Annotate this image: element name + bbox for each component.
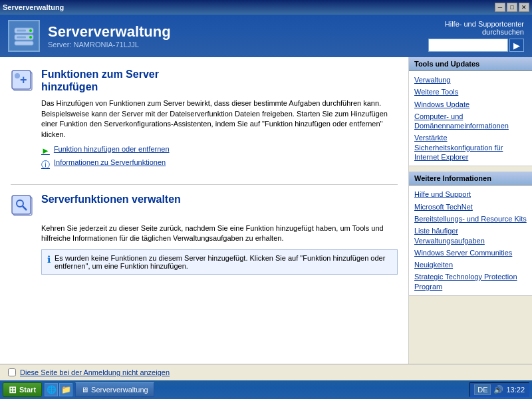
svg-point-10 [15,73,20,78]
divider [11,184,398,185]
section1-header: + Funktionen zum Serverhinzufügen [11,68,398,93]
add-remove-link[interactable]: ► Funktion hinzufügen oder entfernen [41,145,398,156]
sidebar-link-bereitstellung[interactable]: Bereitstellungs- und Resource Kits [414,213,527,225]
header-left: Serververwaltung Server: NAMRONIA-71LJJL [8,20,171,52]
search-area: Hilfe- und Supportcenter durchsuchen ▶ [428,20,524,52]
manage-functions-body: Kehren Sie jederzeit zu dieser Seite zur… [41,223,398,244]
svg-rect-2 [15,41,33,45]
sidebar-link-strategic[interactable]: Strategic Technology Protection Program [414,271,527,293]
info-links: Hilfe und Support Microsoft TechNet Bere… [409,186,532,296]
server-mgmt-taskbar-btn[interactable]: 🖥 Serververwaltung [75,382,154,397]
taskbar: ⊞ Start 🌐 📁 🖥 Serververwaltung DE 🔊 13:2… [0,380,532,399]
info-box-text: Es wurden keine Funktionen zu diesem Ser… [55,254,392,270]
header-title-block: Serververwaltung Server: NAMRONIA-71LJJL [48,23,171,49]
sidebar-link-verwaltung[interactable]: Verwaltung [414,74,527,86]
main-content: + Funktionen zum Serverhinzufügen Das Hi… [0,57,532,364]
sidebar-link-technet[interactable]: Microsoft TechNet [414,201,527,213]
taskbar-right: DE 🔊 13:22 [469,382,529,397]
app-title: Serververwaltung [48,23,171,41]
svg-point-4 [29,36,32,39]
search-sublabel: durchsuchen [482,28,524,36]
search-button[interactable]: ▶ [509,39,524,52]
tools-section: Tools und Updates Verwaltung Weitere Too… [409,57,532,166]
arrow-right-icon: ► [41,146,50,156]
manage-functions-icon [11,194,35,218]
footer-label[interactable]: Diese Seite bei der Anmeldung nicht anze… [20,368,170,376]
manage-functions-title: Serverfunktionen verwalten [41,193,181,205]
taskbar-left: ⊞ Start 🌐 📁 🖥 Serververwaltung [3,382,154,397]
info-section: Weitere Informationen Hilfe und Support … [409,172,532,296]
sidebar-link-weitere-tools[interactable]: Weitere Tools [414,86,527,98]
add-functions-section: + Funktionen zum Serverhinzufügen Das Hi… [11,68,398,171]
info-icon: ⓘ [41,159,50,171]
sidebar-link-neuigkeiten[interactable]: Neuigkeiten [414,259,527,271]
info-title: Weitere Informationen [409,172,532,186]
manage-functions-section: Serverfunktionen verwalten Kehren Sie je… [11,193,398,275]
app-icon [8,20,40,52]
lang-indicator: DE [474,384,491,395]
title-bar-buttons: ─ □ ✕ [495,3,529,12]
sidebar-link-hilfe[interactable]: Hilfe und Support [414,188,527,200]
svg-rect-6 [17,37,26,39]
section2-header: Serverfunktionen verwalten [11,193,398,218]
taskbar-icons: 🌐 📁 [45,383,72,396]
sidebar-link-computer-domains[interactable]: Computer- und Domänennameinformationen [414,110,527,132]
start-button[interactable]: ⊞ Start [3,382,42,397]
add-functions-body: Das Hinzufügen von Funktionen zum Server… [41,98,398,140]
search-label: Hilfe- und Supportcenter [445,20,524,28]
search-input[interactable] [428,39,508,52]
clock: 13:22 [506,386,525,394]
explorer-icon[interactable]: 📁 [59,383,72,396]
minimize-button[interactable]: ─ [495,3,505,12]
right-sidebar: Tools und Updates Verwaltung Weitere Too… [409,57,532,364]
left-panel: + Funktionen zum Serverhinzufügen Das Hi… [0,57,409,364]
hide-checkbox[interactable] [8,368,16,376]
add-functions-links: ► Funktion hinzufügen oder entfernen ⓘ I… [41,145,398,171]
app-header: Serververwaltung Server: NAMRONIA-71LJJL… [0,15,532,57]
svg-text:+: + [20,73,27,86]
server-name: Server: NAMRONIA-71LJJL [48,41,171,49]
tools-title: Tools und Updates [409,57,532,71]
footer: Diese Seite bei der Anmeldung nicht anze… [0,364,532,380]
info-functions-link[interactable]: ⓘ Informationen zu Serverfunktionen [41,158,398,171]
taskbar-app-icon: 🖥 [81,386,88,394]
svg-rect-5 [17,30,26,32]
search-row: ▶ [428,39,524,52]
info-box: ℹ Es wurden keine Funktionen zu diesem S… [41,249,398,275]
server-icon [12,24,36,48]
taskbar-app-label: Serververwaltung [91,386,148,394]
close-button[interactable]: ✕ [519,3,529,12]
sidebar-link-sicherheit[interactable]: Verstärkte Sicherheitskonfiguration für … [414,132,527,163]
tools-links: Verwaltung Weitere Tools Windows Update … [409,71,532,166]
system-tray: DE 🔊 13:22 [469,382,529,397]
tray-icon1: 🔊 [493,385,503,394]
add-functions-icon: + [11,69,35,93]
start-icon: ⊞ [9,384,17,395]
sidebar-link-communities[interactable]: Windows Server Communities [414,247,527,259]
sidebar-link-liste[interactable]: Liste häufiger Verwaltungsaufgaben [414,225,527,247]
sidebar-gap [409,166,532,172]
ie-icon[interactable]: 🌐 [45,383,58,396]
add-functions-title: Funktionen zum Serverhinzufügen [41,68,159,93]
sidebar-link-windows-update[interactable]: Windows Update [414,98,527,110]
info-box-icon: ℹ [47,254,51,265]
maximize-button[interactable]: □ [507,3,517,12]
svg-rect-12 [12,196,31,214]
title-bar-text: Serververwaltung [3,3,64,11]
svg-point-3 [29,29,32,32]
title-bar: Serververwaltung ─ □ ✕ [0,0,532,15]
start-label: Start [19,386,36,394]
